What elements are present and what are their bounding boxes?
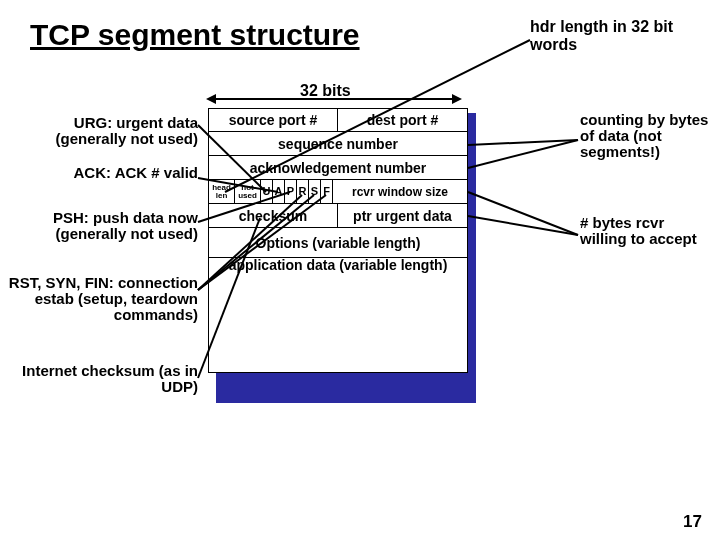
note-urg: URG: urgent data (generally not used)	[6, 115, 198, 147]
field-not-used: not used	[235, 180, 261, 203]
note-rst: RST, SYN, FIN: connection estab (setup, …	[6, 275, 198, 322]
tcp-segment-diagram: source port # dest port # sequence numbe…	[208, 108, 468, 373]
row-seq: sequence number	[208, 132, 468, 156]
note-window-bytes: # bytes rcvr willing to accept	[580, 215, 710, 247]
note-internet-checksum: Internet checksum (as in UDP)	[6, 363, 198, 395]
bits-width-arrow	[208, 98, 460, 100]
row-options: Options (variable length)	[208, 228, 468, 258]
field-urgent-ptr: ptr urgent data	[338, 204, 467, 227]
field-options: Options (variable length)	[209, 228, 467, 257]
field-checksum: checksum	[209, 204, 338, 227]
slide-title: TCP segment structure	[30, 18, 360, 52]
field-dest-port: dest port #	[338, 109, 467, 131]
flag-fin: F	[321, 180, 333, 203]
row-ack: acknowledgement number	[208, 156, 468, 180]
flag-syn: S	[309, 180, 321, 203]
field-application-data: application data (variable length)	[209, 258, 467, 272]
note-ack: ACK: ACK # valid	[6, 165, 198, 181]
svg-line-10	[468, 192, 578, 235]
flag-psh: P	[285, 180, 297, 203]
note-counting-bytes: counting by bytes of data (not segments!…	[580, 112, 710, 159]
svg-line-11	[468, 216, 578, 235]
row-checksum-urg: checksum ptr urgent data	[208, 204, 468, 228]
field-head-len: head len	[209, 180, 235, 203]
flag-rst: R	[297, 180, 309, 203]
hdr-length-note: hdr length in 32 bit words	[530, 18, 680, 53]
row-flags: head len not used U A P R S F rcvr windo…	[208, 180, 468, 204]
field-window-size: rcvr window size	[333, 180, 467, 203]
note-psh: PSH: push data now (generally not used)	[6, 210, 198, 242]
row-data: application data (variable length)	[208, 258, 468, 373]
field-source-port: source port #	[209, 109, 338, 131]
field-ack-number: acknowledgement number	[209, 156, 467, 179]
row-ports: source port # dest port #	[208, 108, 468, 132]
field-sequence-number: sequence number	[209, 132, 467, 155]
page-number: 17	[683, 512, 702, 532]
flag-urg: U	[261, 180, 273, 203]
flag-ack: A	[273, 180, 285, 203]
svg-line-9	[468, 140, 578, 168]
svg-line-8	[468, 140, 578, 145]
